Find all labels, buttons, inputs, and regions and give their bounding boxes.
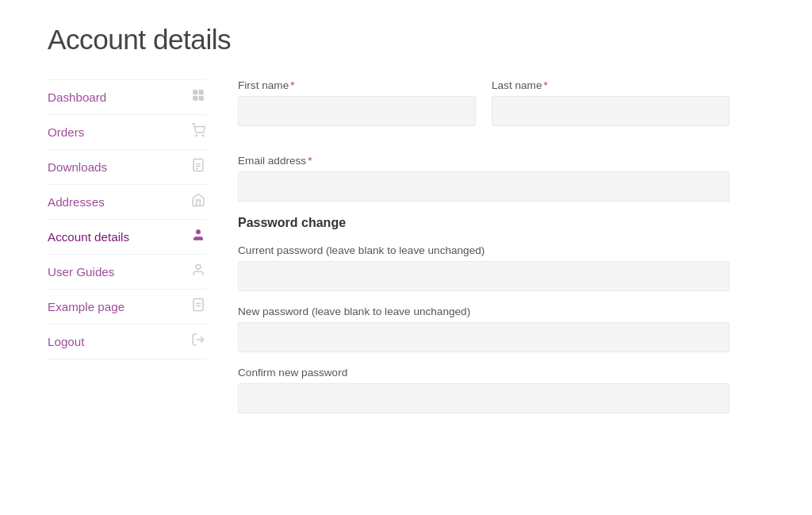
confirm-password-input[interactable]	[238, 383, 730, 413]
svg-rect-0	[193, 90, 197, 94]
confirm-password-group: Confirm new password	[238, 367, 730, 413]
sidebar-item-downloads[interactable]: Downloads	[48, 150, 206, 185]
svg-point-10	[196, 229, 201, 234]
email-input[interactable]	[238, 171, 730, 202]
sidebar-item-label: Dashboard	[48, 90, 106, 104]
sidebar-item-addresses[interactable]: Addresses	[48, 185, 206, 220]
sidebar-item-logout[interactable]: Logout	[48, 325, 206, 359]
addresses-icon	[190, 193, 206, 211]
required-marker: *	[308, 155, 312, 167]
svg-point-4	[196, 135, 197, 136]
dashboard-icon	[190, 88, 206, 106]
svg-rect-3	[199, 96, 204, 101]
current-password-group: Current password (leave blank to leave u…	[238, 244, 730, 291]
svg-rect-12	[193, 299, 203, 311]
confirm-password-label: Confirm new password	[238, 367, 730, 379]
page-title: Account details	[48, 24, 764, 56]
svg-rect-1	[199, 90, 204, 94]
svg-point-11	[196, 264, 201, 269]
new-password-group: New password (leave blank to leave uncha…	[238, 306, 730, 352]
downloads-icon	[190, 158, 206, 176]
sidebar-item-label: Account details	[48, 230, 129, 244]
current-password-label: Current password (leave blank to leave u…	[238, 244, 730, 256]
password-section-title: Password change	[238, 216, 730, 230]
required-marker: *	[543, 79, 547, 91]
svg-point-5	[202, 135, 204, 136]
sidebar-item-account-details[interactable]: Account details	[48, 220, 206, 255]
user-guides-icon	[190, 263, 206, 281]
sidebar-item-label: Logout	[48, 335, 84, 348]
first-name-input[interactable]	[238, 96, 476, 126]
example-page-icon	[190, 298, 206, 316]
sidebar: Dashboard Orders Downloads Addresses Acc	[48, 79, 206, 428]
orders-icon	[190, 123, 206, 141]
sidebar-item-example-page[interactable]: Example page	[48, 290, 206, 325]
last-name-group: Last name*	[492, 79, 730, 126]
new-password-input[interactable]	[238, 322, 730, 352]
sidebar-item-label: Orders	[48, 125, 84, 139]
email-group: Email address*	[238, 155, 730, 202]
first-name-label: First name*	[238, 79, 476, 91]
account-details-icon	[190, 228, 206, 246]
sidebar-item-user-guides[interactable]: User Guides	[48, 255, 206, 290]
sidebar-item-orders[interactable]: Orders	[48, 115, 206, 150]
new-password-label: New password (leave blank to leave uncha…	[238, 306, 730, 317]
last-name-label: Last name*	[492, 79, 730, 91]
sidebar-item-label: Example page	[48, 300, 124, 313]
required-marker: *	[290, 79, 294, 91]
first-name-group: First name*	[238, 79, 476, 126]
email-label: Email address*	[238, 155, 730, 167]
sidebar-item-label: User Guides	[48, 265, 114, 279]
sidebar-item-dashboard[interactable]: Dashboard	[48, 79, 206, 115]
svg-rect-2	[193, 96, 197, 101]
account-details-form: First name* Last name* Email address* Pa…	[238, 79, 730, 428]
sidebar-item-label: Downloads	[48, 160, 107, 174]
logout-icon	[190, 332, 206, 351]
sidebar-item-label: Addresses	[48, 195, 105, 209]
current-password-input[interactable]	[238, 261, 730, 291]
last-name-input[interactable]	[492, 96, 730, 126]
